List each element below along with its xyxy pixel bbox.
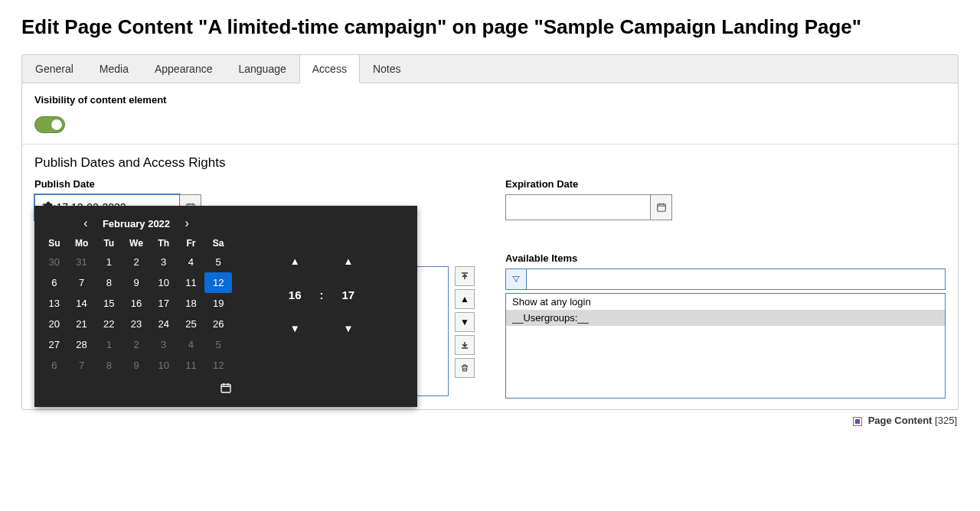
time-colon: : — [320, 288, 324, 301]
filter-button[interactable] — [505, 269, 527, 290]
calendar-day[interactable]: 13 — [41, 293, 68, 314]
calendar-day[interactable]: 12 — [204, 355, 232, 376]
calendar-dow: Su — [41, 235, 68, 252]
calendar-icon — [656, 202, 667, 213]
calendar-day[interactable]: 5 — [204, 252, 232, 272]
calendar-day[interactable]: 3 — [150, 252, 178, 272]
next-month-button[interactable]: › — [178, 216, 196, 230]
today-button[interactable] — [220, 385, 232, 396]
visibility-label: Visibility of content element — [34, 94, 946, 106]
calendar-day[interactable]: 15 — [95, 293, 122, 314]
calendar-day[interactable]: 2 — [122, 252, 150, 272]
available-items-label: Available Items — [505, 252, 946, 264]
calendar-day[interactable]: 3 — [150, 334, 178, 355]
visibility-section: Visibility of content element — [22, 83, 958, 145]
calendar-day[interactable]: 18 — [178, 293, 205, 314]
calendar-day[interactable]: 10 — [150, 355, 178, 376]
calendar-day[interactable]: 11 — [178, 355, 205, 376]
available-item[interactable]: Show at any login — [506, 294, 945, 310]
calendar-day[interactable]: 25 — [178, 314, 205, 334]
calendar-month-label[interactable]: February 2022 — [103, 218, 170, 229]
section-heading: Publish Dates and Access Rights — [34, 155, 946, 171]
expiration-date-label: Expiration Date — [505, 178, 946, 190]
content-type-icon — [853, 417, 862, 426]
calendar-day[interactable]: 21 — [68, 314, 96, 334]
available-items-list[interactable]: Show at any login __Usergroups:__ — [505, 293, 946, 399]
calendar-day[interactable]: 16 — [122, 293, 150, 314]
calendar-day[interactable]: 9 — [122, 272, 150, 293]
calendar-day[interactable]: 9 — [122, 355, 150, 376]
calendar-dow: Th — [150, 235, 178, 252]
tab-language[interactable]: Language — [225, 55, 299, 83]
content-panel: General Media Appearance Language Access… — [21, 54, 959, 410]
calendar-day[interactable]: 24 — [150, 314, 178, 334]
trash-icon — [460, 363, 469, 373]
calendar-day[interactable]: 22 — [95, 314, 122, 334]
calendar-day[interactable]: 2 — [122, 334, 150, 355]
prev-month-button[interactable]: ‹ — [77, 216, 95, 230]
tab-media[interactable]: Media — [87, 55, 142, 83]
calendar-day[interactable]: 27 — [41, 334, 68, 355]
time-spinner: ▲ 16 ▼ : ▲ 17 ▼ — [232, 213, 411, 376]
tab-access[interactable]: Access — [299, 55, 360, 83]
calendar-day[interactable]: 8 — [95, 272, 122, 293]
toggle-knob — [51, 119, 63, 131]
record-id: 325 — [938, 415, 955, 426]
calendar-day[interactable]: 1 — [95, 334, 122, 355]
move-bottom-button[interactable] — [455, 335, 475, 355]
move-down-button[interactable]: ▼ — [455, 312, 475, 332]
calendar-day[interactable]: 7 — [68, 355, 96, 376]
publish-access-section: Publish Dates and Access Rights Publish … — [22, 145, 958, 409]
calendar-day[interactable]: 6 — [41, 355, 68, 376]
page-title: Edit Page Content "A limited-time campai… — [21, 15, 959, 39]
tab-notes[interactable]: Notes — [360, 55, 414, 83]
expiration-date-input[interactable] — [505, 194, 651, 220]
available-item-group[interactable]: __Usergroups:__ — [506, 310, 945, 326]
move-top-button[interactable] — [455, 266, 475, 286]
hour-value[interactable]: 16 — [289, 288, 302, 301]
hour-up-button[interactable]: ▲ — [290, 255, 300, 267]
calendar-day[interactable]: 31 — [68, 252, 96, 272]
calendar-day[interactable]: 30 — [41, 252, 68, 272]
calendar-icon — [220, 382, 232, 394]
calendar-day[interactable]: 4 — [178, 334, 205, 355]
tab-general[interactable]: General — [22, 55, 87, 83]
calendar-day[interactable]: 10 — [150, 272, 178, 293]
calendar-day[interactable]: 17 — [150, 293, 178, 314]
datetime-picker: ‹ February 2022 › SuMoTuWeThFrSa30311234… — [34, 206, 417, 407]
expiration-date-picker-button[interactable] — [651, 194, 672, 220]
calendar-day[interactable]: 19 — [204, 293, 232, 314]
calendar-day[interactable]: 12 — [204, 272, 232, 293]
delete-button[interactable] — [455, 358, 475, 378]
calendar-dow: Sa — [204, 235, 232, 252]
calendar-day[interactable]: 14 — [68, 293, 96, 314]
calendar-day[interactable]: 20 — [41, 314, 68, 334]
move-up-button[interactable]: ▲ — [455, 289, 475, 309]
calendar-day[interactable]: 23 — [122, 314, 150, 334]
calendar-dow: Mo — [68, 235, 96, 252]
svg-rect-1 — [221, 384, 230, 392]
visibility-toggle[interactable] — [34, 116, 65, 133]
calendar-dow: We — [122, 235, 150, 252]
hour-down-button[interactable]: ▼ — [290, 323, 300, 334]
calendar-day[interactable]: 5 — [204, 334, 232, 355]
calendar-day[interactable]: 11 — [178, 272, 205, 293]
minute-up-button[interactable]: ▲ — [343, 255, 353, 267]
minute-down-button[interactable]: ▼ — [343, 323, 353, 334]
calendar-day[interactable]: 7 — [68, 272, 96, 293]
calendar-day[interactable]: 8 — [95, 355, 122, 376]
publish-date-col: Publish Date ‹ February 2022 › — [34, 178, 475, 399]
calendar-dow: Fr — [178, 235, 205, 252]
calendar-day[interactable]: 6 — [41, 272, 68, 293]
tab-bar: General Media Appearance Language Access… — [22, 55, 958, 83]
tab-appearance[interactable]: Appearance — [142, 55, 226, 83]
calendar-day[interactable]: 28 — [68, 334, 96, 355]
svg-rect-2 — [657, 204, 665, 211]
calendar-day[interactable]: 1 — [95, 252, 122, 272]
record-footer: Page Content [325] — [21, 410, 959, 426]
filter-input[interactable] — [527, 269, 946, 290]
record-type-label: Page Content — [868, 415, 933, 426]
calendar-day[interactable]: 26 — [204, 314, 232, 334]
calendar-day[interactable]: 4 — [178, 252, 205, 272]
minute-value[interactable]: 17 — [342, 288, 355, 301]
